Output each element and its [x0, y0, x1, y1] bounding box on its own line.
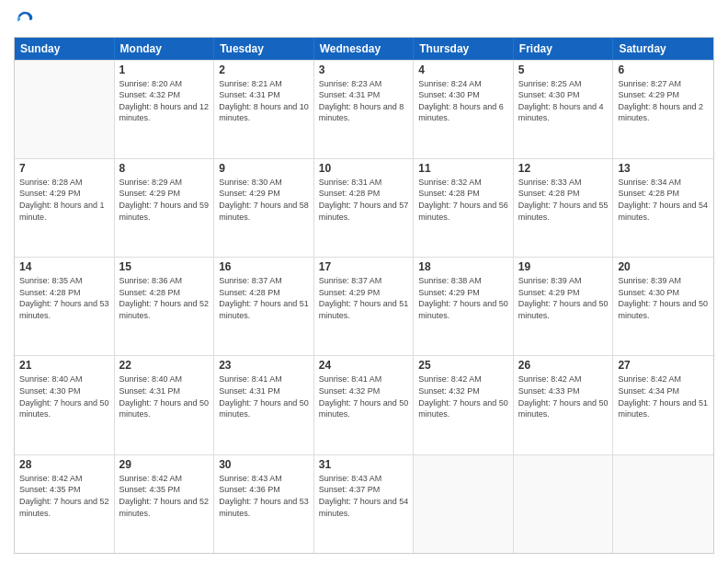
weekday-header: Friday: [514, 38, 614, 60]
calendar-cell: 31Sunrise: 8:43 AMSunset: 4:37 PMDayligh…: [314, 455, 415, 553]
calendar-row: 28Sunrise: 8:42 AMSunset: 4:35 PMDayligh…: [15, 454, 713, 553]
calendar-cell: 7Sunrise: 8:28 AMSunset: 4:29 PMDaylight…: [15, 159, 115, 257]
day-info: Sunrise: 8:21 AMSunset: 4:31 PMDaylight:…: [219, 78, 309, 124]
day-number: 8: [119, 162, 210, 175]
calendar-cell: 21Sunrise: 8:40 AMSunset: 4:30 PMDayligh…: [15, 356, 115, 454]
day-info: Sunrise: 8:25 AMSunset: 4:30 PMDaylight:…: [518, 78, 609, 124]
day-number: 9: [219, 162, 309, 175]
day-info: Sunrise: 8:39 AMSunset: 4:30 PMDaylight:…: [618, 275, 709, 321]
day-number: 19: [518, 260, 609, 273]
day-info: Sunrise: 8:42 AMSunset: 4:35 PMDaylight:…: [19, 473, 109, 519]
day-info: Sunrise: 8:42 AMSunset: 4:33 PMDaylight:…: [518, 373, 609, 419]
day-number: 30: [219, 458, 309, 471]
day-number: 25: [418, 359, 508, 372]
day-number: 7: [19, 162, 109, 175]
calendar-body: 1Sunrise: 8:20 AMSunset: 4:32 PMDaylight…: [15, 60, 713, 553]
day-number: 5: [518, 63, 609, 76]
day-number: 18: [418, 260, 508, 273]
calendar-cell: 17Sunrise: 8:37 AMSunset: 4:29 PMDayligh…: [314, 258, 415, 355]
calendar-row: 7Sunrise: 8:28 AMSunset: 4:29 PMDaylight…: [15, 158, 713, 257]
logo: [14, 9, 34, 29]
day-info: Sunrise: 8:20 AMSunset: 4:32 PMDaylight:…: [119, 78, 210, 124]
day-info: Sunrise: 8:37 AMSunset: 4:29 PMDaylight:…: [319, 275, 409, 321]
calendar-cell: 15Sunrise: 8:36 AMSunset: 4:28 PMDayligh…: [115, 258, 215, 355]
day-info: Sunrise: 8:24 AMSunset: 4:30 PMDaylight:…: [418, 78, 508, 124]
calendar-header: SundayMondayTuesdayWednesdayThursdayFrid…: [15, 38, 713, 60]
calendar-cell: 27Sunrise: 8:42 AMSunset: 4:34 PMDayligh…: [613, 356, 713, 454]
day-number: 6: [618, 63, 709, 76]
day-number: 13: [618, 162, 709, 175]
calendar-cell: 1Sunrise: 8:20 AMSunset: 4:32 PMDaylight…: [115, 61, 215, 158]
calendar-cell: 26Sunrise: 8:42 AMSunset: 4:33 PMDayligh…: [514, 356, 614, 454]
day-info: Sunrise: 8:31 AMSunset: 4:28 PMDaylight:…: [319, 177, 409, 223]
calendar-cell: 14Sunrise: 8:35 AMSunset: 4:28 PMDayligh…: [15, 258, 115, 355]
day-number: 29: [119, 458, 210, 471]
day-info: Sunrise: 8:43 AMSunset: 4:37 PMDaylight:…: [319, 473, 409, 519]
day-number: 14: [19, 260, 109, 273]
calendar-cell: 22Sunrise: 8:40 AMSunset: 4:31 PMDayligh…: [115, 356, 215, 454]
day-info: Sunrise: 8:29 AMSunset: 4:29 PMDaylight:…: [119, 177, 210, 223]
day-info: Sunrise: 8:32 AMSunset: 4:28 PMDaylight:…: [418, 177, 508, 223]
calendar-cell: [15, 61, 115, 158]
day-number: 2: [219, 63, 309, 76]
weekday-header: Tuesday: [214, 38, 314, 60]
calendar-cell: [613, 455, 713, 553]
day-info: Sunrise: 8:42 AMSunset: 4:32 PMDaylight:…: [418, 373, 508, 419]
calendar-cell: 30Sunrise: 8:43 AMSunset: 4:36 PMDayligh…: [214, 455, 314, 553]
calendar-cell: 8Sunrise: 8:29 AMSunset: 4:29 PMDaylight…: [115, 159, 215, 257]
day-number: 10: [319, 162, 409, 175]
day-info: Sunrise: 8:23 AMSunset: 4:31 PMDaylight:…: [319, 78, 409, 124]
calendar-cell: 3Sunrise: 8:23 AMSunset: 4:31 PMDaylight…: [314, 61, 415, 158]
calendar-cell: 6Sunrise: 8:27 AMSunset: 4:29 PMDaylight…: [613, 61, 713, 158]
day-info: Sunrise: 8:40 AMSunset: 4:30 PMDaylight:…: [19, 373, 109, 419]
calendar-row: 1Sunrise: 8:20 AMSunset: 4:32 PMDaylight…: [15, 60, 713, 158]
calendar-cell: 16Sunrise: 8:37 AMSunset: 4:28 PMDayligh…: [214, 258, 314, 355]
day-number: 17: [319, 260, 409, 273]
calendar-page: SundayMondayTuesdayWednesdayThursdayFrid…: [0, 0, 728, 563]
calendar-cell: 10Sunrise: 8:31 AMSunset: 4:28 PMDayligh…: [314, 159, 415, 257]
calendar-cell: [414, 455, 514, 553]
calendar-cell: 24Sunrise: 8:41 AMSunset: 4:32 PMDayligh…: [314, 356, 415, 454]
day-number: 23: [219, 359, 309, 372]
day-number: 4: [418, 63, 508, 76]
calendar-cell: 25Sunrise: 8:42 AMSunset: 4:32 PMDayligh…: [414, 356, 514, 454]
weekday-header: Sunday: [15, 38, 115, 60]
day-number: 1: [119, 63, 210, 76]
day-number: 26: [518, 359, 609, 372]
calendar-cell: 2Sunrise: 8:21 AMSunset: 4:31 PMDaylight…: [214, 61, 314, 158]
day-info: Sunrise: 8:42 AMSunset: 4:35 PMDaylight:…: [119, 473, 210, 519]
calendar-cell: 23Sunrise: 8:41 AMSunset: 4:31 PMDayligh…: [214, 356, 314, 454]
day-info: Sunrise: 8:28 AMSunset: 4:29 PMDaylight:…: [19, 177, 109, 223]
calendar-cell: 20Sunrise: 8:39 AMSunset: 4:30 PMDayligh…: [613, 258, 713, 355]
calendar-cell: 11Sunrise: 8:32 AMSunset: 4:28 PMDayligh…: [414, 159, 514, 257]
page-header: [14, 9, 714, 29]
day-number: 11: [418, 162, 508, 175]
day-info: Sunrise: 8:27 AMSunset: 4:29 PMDaylight:…: [618, 78, 709, 124]
calendar-row: 21Sunrise: 8:40 AMSunset: 4:30 PMDayligh…: [15, 355, 713, 454]
day-number: 27: [618, 359, 709, 372]
day-info: Sunrise: 8:40 AMSunset: 4:31 PMDaylight:…: [119, 373, 210, 419]
calendar-cell: 28Sunrise: 8:42 AMSunset: 4:35 PMDayligh…: [15, 455, 115, 553]
day-info: Sunrise: 8:34 AMSunset: 4:28 PMDaylight:…: [618, 177, 709, 223]
day-number: 16: [219, 260, 309, 273]
calendar-cell: 29Sunrise: 8:42 AMSunset: 4:35 PMDayligh…: [115, 455, 215, 553]
weekday-header: Wednesday: [314, 38, 415, 60]
day-number: 12: [518, 162, 609, 175]
day-info: Sunrise: 8:37 AMSunset: 4:28 PMDaylight:…: [219, 275, 309, 321]
calendar-cell: 5Sunrise: 8:25 AMSunset: 4:30 PMDaylight…: [514, 61, 614, 158]
day-info: Sunrise: 8:35 AMSunset: 4:28 PMDaylight:…: [19, 275, 109, 321]
calendar-row: 14Sunrise: 8:35 AMSunset: 4:28 PMDayligh…: [15, 257, 713, 355]
logo-icon: [16, 10, 34, 29]
day-number: 22: [119, 359, 210, 372]
day-number: 15: [119, 260, 210, 273]
calendar-cell: 18Sunrise: 8:38 AMSunset: 4:29 PMDayligh…: [414, 258, 514, 355]
day-info: Sunrise: 8:36 AMSunset: 4:28 PMDaylight:…: [119, 275, 210, 321]
day-info: Sunrise: 8:30 AMSunset: 4:29 PMDaylight:…: [219, 177, 309, 223]
day-info: Sunrise: 8:43 AMSunset: 4:36 PMDaylight:…: [219, 473, 309, 519]
day-number: 24: [319, 359, 409, 372]
day-info: Sunrise: 8:41 AMSunset: 4:31 PMDaylight:…: [219, 373, 309, 419]
day-number: 31: [319, 458, 409, 471]
calendar-cell: 9Sunrise: 8:30 AMSunset: 4:29 PMDaylight…: [214, 159, 314, 257]
day-info: Sunrise: 8:42 AMSunset: 4:34 PMDaylight:…: [618, 373, 709, 419]
day-number: 28: [19, 458, 109, 471]
